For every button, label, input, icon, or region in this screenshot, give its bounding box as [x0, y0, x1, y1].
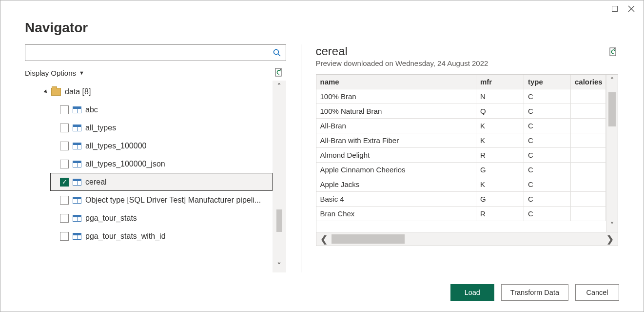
cell-name: All-Bran [316, 119, 476, 133]
col-header-calories[interactable]: calories [571, 75, 606, 89]
col-header-mfr[interactable]: mfr [476, 75, 524, 89]
cell-mfr: K [476, 133, 524, 148]
load-button[interactable]: Load [450, 284, 494, 301]
svg-line-4 [278, 54, 280, 57]
table-row[interactable]: All-BranKC [316, 119, 606, 133]
cell-name: 100% Natural Bran [316, 104, 476, 119]
tree-item-pga-tour-stats-with-id[interactable]: pga_tour_stats_with_id [25, 227, 273, 245]
scroll-down-icon[interactable]: ˅ [277, 262, 281, 270]
search-icon[interactable] [271, 49, 283, 57]
svg-point-3 [273, 50, 278, 55]
table-horizontal-scrollbar[interactable]: ❮ ❯ [316, 232, 618, 246]
preview-table: name mfr type calories 100% BranNC100% N… [316, 74, 619, 246]
cell-mfr: K [476, 119, 524, 133]
refresh-doc-icon [275, 68, 284, 78]
tree-root-label: data [8] [65, 87, 273, 96]
scroll-up-icon[interactable]: ˄ [610, 75, 614, 87]
refresh-icon-button[interactable] [274, 68, 284, 78]
cell-calories [571, 104, 606, 119]
scroll-up-icon[interactable]: ˄ [277, 83, 281, 91]
maximize-button[interactable] [606, 2, 623, 16]
tree-item-pga-tour-stats[interactable]: pga_tour_stats [25, 209, 273, 227]
tree-item-all-types-100000-json[interactable]: all_types_100000_json [25, 155, 273, 173]
cell-name: Bran Chex [316, 207, 476, 221]
chevron-down-icon: ▼ [79, 70, 84, 76]
cell-type: C [524, 119, 571, 133]
table-icon [73, 143, 81, 149]
scrollbar-thumb[interactable] [608, 92, 616, 126]
cell-type: C [524, 133, 571, 148]
table-row[interactable]: 100% Natural BranQC [316, 104, 606, 119]
tree-item-all-types-100000[interactable]: all_types_100000 [25, 137, 273, 155]
cell-type: C [524, 207, 571, 221]
tree-item-all-types[interactable]: all_types [25, 119, 273, 137]
cell-type: C [524, 148, 571, 163]
folder-icon [51, 88, 61, 96]
table-icon [73, 197, 81, 204]
expand-triangle-icon[interactable] [43, 89, 48, 94]
cell-name: All-Bran with Extra Fiber [316, 133, 476, 148]
table-row[interactable]: 100% BranNC [316, 89, 606, 104]
checkbox[interactable] [60, 232, 69, 241]
table-vertical-scrollbar[interactable]: ˄ ˅ [606, 75, 618, 232]
table-row[interactable]: Almond DelightRC [316, 148, 606, 163]
search-box[interactable] [25, 44, 286, 61]
tree-item-label: pga_tour_stats_with_id [85, 232, 273, 241]
dialog-footer: Load Transform Data Cancel [0, 272, 644, 312]
tree-item-label: abc [85, 105, 273, 114]
table-row[interactable]: All-Bran with Extra FiberKC [316, 133, 606, 148]
cell-calories [571, 192, 606, 207]
cell-mfr: G [476, 163, 524, 177]
checkbox[interactable] [60, 160, 69, 168]
cell-calories [571, 133, 606, 148]
titlebar [0, 0, 644, 17]
checkbox[interactable] [60, 142, 69, 150]
refresh-doc-icon [609, 47, 618, 57]
col-header-name[interactable]: name [316, 75, 476, 89]
cell-type: C [524, 177, 571, 192]
checkbox[interactable] [60, 214, 69, 223]
scroll-down-icon[interactable]: ˅ [610, 219, 614, 232]
table-icon [73, 161, 81, 167]
tree-item-object-type[interactable]: Object type [SQL Driver Test] Manufactur… [25, 191, 273, 209]
cell-mfr: K [476, 177, 524, 192]
search-input[interactable] [28, 49, 271, 57]
col-header-type[interactable]: type [524, 75, 571, 89]
cell-calories [571, 177, 606, 192]
table-icon [73, 215, 81, 222]
tree-item-cereal[interactable]: ✓ cereal [50, 173, 273, 191]
cell-name: Apple Cinnamon Cheerios [316, 163, 476, 177]
table-header-row: name mfr type calories [316, 75, 606, 89]
cancel-button[interactable]: Cancel [575, 284, 619, 301]
table-row[interactable]: Apple JacksKC [316, 177, 606, 192]
scroll-left-icon[interactable]: ❮ [316, 234, 332, 245]
preview-refresh-button[interactable] [609, 47, 618, 57]
cell-mfr: Q [476, 104, 524, 119]
checkbox[interactable]: ✓ [60, 178, 69, 187]
checkbox[interactable] [60, 124, 69, 132]
scroll-right-icon[interactable]: ❯ [603, 234, 618, 245]
dialog-title: Navigator [0, 17, 644, 44]
tree-scrollbar[interactable]: ˄ ˅ [273, 81, 286, 272]
tree-item-label: cereal [85, 178, 272, 187]
cell-name: Basic 4 [316, 192, 476, 207]
navigation-tree[interactable]: data [8] abc all_types [25, 81, 273, 272]
cell-name: Almond Delight [316, 148, 476, 163]
navigator-dialog: Navigator Display Options ▼ [0, 0, 644, 312]
tree-item-abc[interactable]: abc [25, 101, 273, 119]
cell-name: Apple Jacks [316, 177, 476, 192]
maximize-icon [612, 6, 618, 12]
checkbox[interactable] [60, 105, 69, 114]
table-row[interactable]: Apple Cinnamon CheeriosGC [316, 163, 606, 177]
tree-root-data[interactable]: data [8] [25, 83, 273, 101]
table-row[interactable]: Bran ChexRC [316, 207, 606, 221]
scrollbar-thumb[interactable] [276, 209, 282, 232]
cell-type: C [524, 163, 571, 177]
table-row[interactable]: Basic 4GC [316, 192, 606, 207]
display-options-dropdown[interactable]: Display Options ▼ [25, 69, 84, 77]
checkbox[interactable] [60, 196, 69, 205]
close-button[interactable] [623, 2, 640, 16]
scrollbar-thumb[interactable] [332, 234, 405, 244]
tree-item-label: all_types [85, 124, 273, 132]
transform-data-button[interactable]: Transform Data [501, 284, 568, 301]
